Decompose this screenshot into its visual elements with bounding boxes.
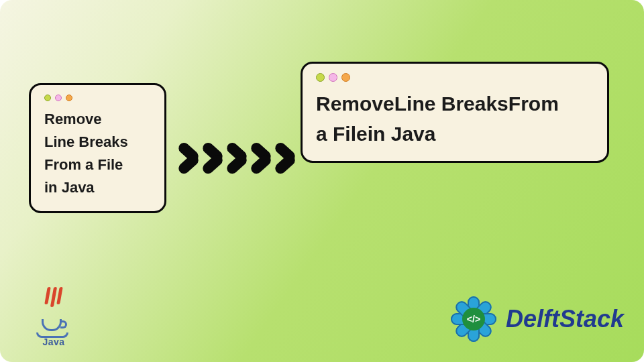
delftstack-name: DelftStack xyxy=(506,305,624,333)
delftstack-logo: </> DelftStack xyxy=(448,294,624,345)
dot-green-icon xyxy=(44,95,51,101)
java-logo: Java xyxy=(27,303,80,347)
before-line: in Java xyxy=(44,176,151,199)
window-dots xyxy=(316,73,594,82)
dot-pink-icon xyxy=(329,73,337,82)
after-line: a Filein Java xyxy=(316,119,594,149)
window-dots xyxy=(44,95,151,101)
after-text: RemoveLine BreaksFrom a Filein Java xyxy=(316,88,594,149)
delftstack-mark-icon: </> xyxy=(448,294,499,345)
dot-orange-icon xyxy=(66,95,72,101)
before-line: Line Breaks xyxy=(44,131,151,154)
arrow-sequence xyxy=(173,137,294,179)
java-steam-icon xyxy=(46,287,62,307)
dot-orange-icon xyxy=(341,73,350,82)
dot-pink-icon xyxy=(55,95,62,101)
before-line: Remove xyxy=(44,108,151,131)
delftstack-badge-text: </> xyxy=(462,308,485,330)
after-line: RemoveLine BreaksFrom xyxy=(316,88,594,119)
diagram-canvas: Remove Line Breaks From a File in Java R… xyxy=(0,0,644,362)
java-logo-label: Java xyxy=(27,337,80,347)
before-text: Remove Line Breaks From a File in Java xyxy=(44,108,151,199)
before-card: Remove Line Breaks From a File in Java xyxy=(29,83,166,213)
dot-green-icon xyxy=(316,73,325,82)
after-card: RemoveLine BreaksFrom a Filein Java xyxy=(301,62,609,163)
java-cup-icon xyxy=(39,315,68,335)
chevron-right-icon xyxy=(270,137,298,179)
before-line: From a File xyxy=(44,154,151,176)
